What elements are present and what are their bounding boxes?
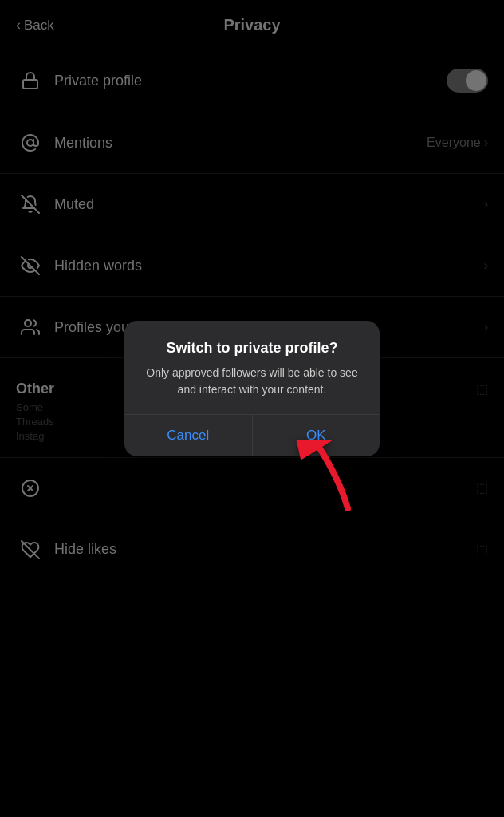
red-arrow-icon	[276, 440, 372, 512]
switch-private-dialog: Switch to private profile? Only approved…	[124, 321, 380, 456]
dialog-message: Only approved followers will be able to …	[140, 365, 364, 398]
dialog-overlay: Switch to private profile? Only approved…	[0, 0, 504, 817]
dialog-body: Switch to private profile? Only approved…	[124, 321, 380, 414]
dialog-title: Switch to private profile?	[140, 340, 364, 357]
arrow-container	[124, 440, 380, 512]
